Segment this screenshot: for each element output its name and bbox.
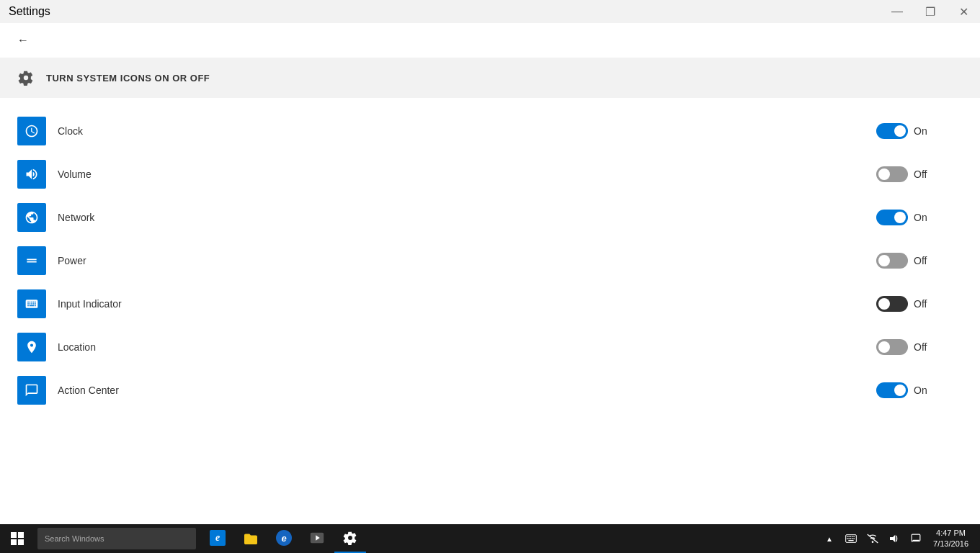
power-label: Power xyxy=(58,255,865,266)
settings-icon xyxy=(343,531,357,545)
clock-toggle[interactable] xyxy=(876,123,908,139)
input-indicator-toggle[interactable] xyxy=(876,296,908,312)
svg-rect-15 xyxy=(852,538,853,539)
svg-rect-10 xyxy=(852,536,853,537)
volume-toggle[interactable] xyxy=(876,166,908,182)
taskbar-settings-app[interactable] xyxy=(334,524,366,553)
svg-marker-19 xyxy=(890,535,895,543)
location-toggle-container: Off xyxy=(876,339,963,355)
tray-keyboard-icon[interactable] xyxy=(842,524,860,553)
location-toggle-label: Off xyxy=(914,341,935,353)
clock-icon-container xyxy=(17,117,46,145)
power-toggle[interactable] xyxy=(876,253,908,269)
clock-date: 7/13/2016 xyxy=(933,539,968,549)
minimize-button[interactable]: — xyxy=(881,0,914,23)
start-button[interactable] xyxy=(0,524,35,553)
clock-row: Clock On xyxy=(0,109,980,153)
taskbar-edge-app[interactable]: e xyxy=(202,524,233,553)
settings-window-title: Settings xyxy=(9,5,50,18)
location-toggle[interactable] xyxy=(876,339,908,355)
app-window: ← TURN SYSTEM ICONS ON OR OFF Clock On xyxy=(0,23,980,524)
location-label: Location xyxy=(58,341,865,353)
volume-icon xyxy=(24,167,39,181)
tray-action-center-icon[interactable] xyxy=(907,524,925,553)
input-indicator-toggle-label: Off xyxy=(914,298,935,310)
clock-toggle-container: On xyxy=(876,123,963,139)
taskbar-ie-app[interactable]: e xyxy=(268,524,300,553)
svg-rect-8 xyxy=(848,536,850,537)
app-header: ← xyxy=(0,23,980,58)
svg-rect-13 xyxy=(848,538,850,539)
svg-rect-11 xyxy=(853,536,855,537)
action-center-icon-container xyxy=(17,376,46,405)
title-bar-controls: — ❐ ✕ xyxy=(881,0,980,23)
gear-icon xyxy=(17,69,35,86)
power-toggle-label: Off xyxy=(914,255,935,266)
taskbar-right: ▲ xyxy=(815,524,980,553)
action-center-row: Action Center On xyxy=(0,369,980,412)
svg-rect-17 xyxy=(848,540,853,541)
page-title: TURN SYSTEM ICONS ON OR OFF xyxy=(46,73,210,84)
volume-toggle-label: Off xyxy=(914,168,935,180)
taskbar-folder-app[interactable] xyxy=(235,524,267,553)
page-header: TURN SYSTEM ICONS ON OR OFF xyxy=(0,58,980,98)
volume-label: Volume xyxy=(58,168,865,180)
action-center-toggle[interactable] xyxy=(876,382,908,398)
power-toggle-container: Off xyxy=(876,253,963,269)
location-icon xyxy=(24,340,39,354)
taskbar-apps: e e xyxy=(199,524,369,553)
taskbar-clock[interactable]: 4:47 PM 7/13/2016 xyxy=(927,524,974,553)
edge-icon: e xyxy=(210,530,226,546)
input-indicator-toggle-container: Off xyxy=(876,296,963,312)
svg-rect-16 xyxy=(853,538,855,539)
network-row: Network On xyxy=(0,196,980,239)
power-icon-container xyxy=(17,246,46,275)
title-bar-left: Settings xyxy=(9,5,50,18)
volume-row: Volume Off xyxy=(0,153,980,196)
tray-chevron-icon[interactable]: ▲ xyxy=(821,524,838,553)
volume-icon-container xyxy=(17,160,46,189)
taskbar: Search Windows e e ▲ xyxy=(0,524,980,553)
folder-icon xyxy=(243,531,259,544)
svg-rect-9 xyxy=(850,536,852,537)
close-button[interactable]: ✕ xyxy=(947,0,980,23)
input-indicator-icon xyxy=(24,297,39,311)
svg-rect-12 xyxy=(847,538,848,539)
action-center-toggle-container: On xyxy=(876,382,963,398)
network-toggle-container: On xyxy=(876,210,963,225)
maximize-button[interactable]: ❐ xyxy=(914,0,947,23)
clock-toggle-label: On xyxy=(914,125,935,137)
volume-toggle-container: Off xyxy=(876,166,963,182)
back-button[interactable]: ← xyxy=(12,29,35,52)
input-indicator-toggle-knob xyxy=(878,298,890,310)
tray-volume-icon[interactable] xyxy=(886,524,903,553)
action-center-label: Action Center xyxy=(58,385,865,396)
svg-rect-7 xyxy=(847,536,848,537)
volume-toggle-knob xyxy=(878,168,890,180)
ie-icon: e xyxy=(276,530,292,546)
power-row: Power Off xyxy=(0,239,980,282)
action-center-icon xyxy=(24,383,39,397)
svg-rect-2 xyxy=(11,539,17,545)
input-indicator-row: Input Indicator Off xyxy=(0,282,980,325)
svg-rect-1 xyxy=(18,532,24,538)
svg-rect-0 xyxy=(11,532,17,538)
network-label: Network xyxy=(58,212,865,223)
title-bar: Settings — ❐ ✕ xyxy=(0,0,980,23)
clock-time: 4:47 PM xyxy=(936,528,966,539)
media-icon xyxy=(309,530,325,546)
svg-rect-14 xyxy=(850,538,852,539)
settings-content: Clock On Volume Off xyxy=(0,98,980,524)
network-icon xyxy=(24,210,39,225)
taskbar-media-app[interactable] xyxy=(301,524,333,553)
tray-network-icon[interactable] xyxy=(864,524,881,553)
taskbar-search-box[interactable]: Search Windows xyxy=(37,528,196,549)
location-row: Location Off xyxy=(0,325,980,369)
svg-point-18 xyxy=(872,541,874,543)
network-toggle-knob xyxy=(894,212,906,223)
power-icon xyxy=(24,253,39,268)
taskbar-search-placeholder: Search Windows xyxy=(45,534,104,543)
power-toggle-knob xyxy=(878,255,890,266)
network-toggle[interactable] xyxy=(876,210,908,225)
action-center-toggle-label: On xyxy=(914,385,935,396)
